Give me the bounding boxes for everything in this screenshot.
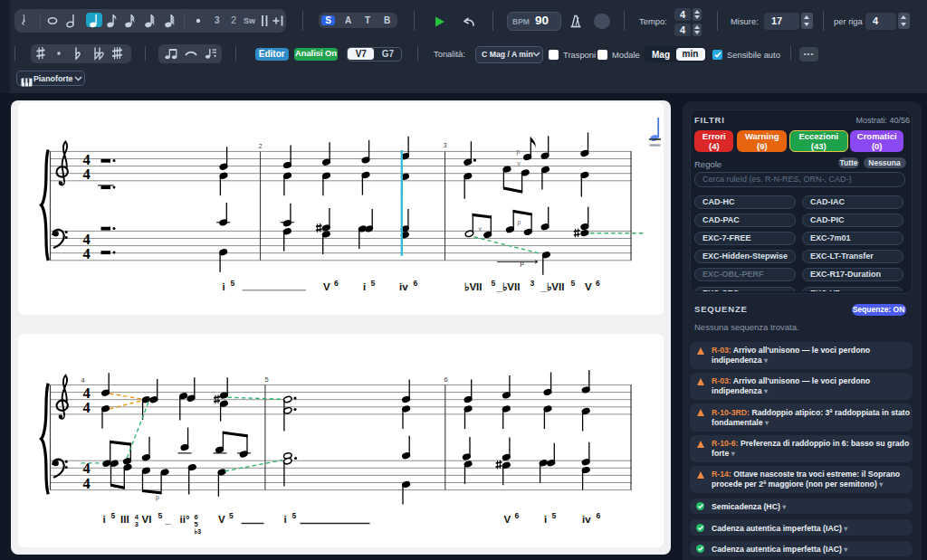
svg-text:6: 6	[334, 279, 339, 288]
svg-text:v: v	[518, 160, 521, 166]
svg-text:_♭VII: _♭VII	[496, 281, 521, 292]
svg-text:V: V	[218, 514, 225, 525]
svg-text:p: p	[156, 494, 159, 501]
svg-text:p: p	[521, 259, 524, 267]
svg-text:3: 3	[530, 279, 535, 288]
svg-text:2: 2	[259, 142, 263, 150]
svg-text:5: 5	[571, 279, 576, 288]
svg-text:3: 3	[135, 520, 139, 528]
svg-text:5: 5	[552, 511, 557, 520]
svg-text:6: 6	[515, 511, 520, 520]
svg-text:4: 4	[82, 475, 90, 492]
svg-text:4: 4	[82, 166, 90, 183]
svg-text:4: 4	[82, 245, 90, 262]
svg-text:ii°: ii°	[180, 514, 190, 525]
svg-text:i: i	[103, 514, 106, 525]
svg-text:5: 5	[231, 279, 235, 288]
svg-text:V: V	[323, 281, 330, 292]
svg-text:V: V	[504, 514, 511, 525]
svg-text:5: 5	[292, 511, 297, 520]
svg-text:6: 6	[414, 279, 418, 288]
svg-text:5: 5	[371, 279, 376, 288]
svg-text:i: i	[284, 514, 287, 525]
svg-text:i: i	[223, 281, 225, 292]
svg-text:6: 6	[597, 511, 601, 520]
svg-text:6: 6	[596, 279, 600, 288]
svg-text:6: 6	[444, 375, 448, 384]
svg-text:_♭VII: _♭VII	[540, 281, 565, 292]
svg-text:i: i	[363, 281, 366, 292]
svg-text:4: 4	[82, 399, 90, 416]
svg-text:3: 3	[444, 141, 447, 149]
svg-text:_: _	[165, 514, 172, 525]
svg-text:VI: VI	[142, 514, 152, 525]
svg-text:♭3: ♭3	[195, 527, 202, 536]
svg-text:5: 5	[111, 511, 116, 520]
svg-text:4: 4	[81, 376, 85, 384]
svg-text:5: 5	[158, 511, 163, 520]
svg-text:5: 5	[229, 511, 234, 520]
svg-text:V: V	[585, 281, 592, 292]
svg-text:p: p	[517, 148, 521, 156]
svg-text:v: v	[479, 225, 483, 232]
svg-text:iv: iv	[582, 514, 591, 525]
svg-text:iv: iv	[399, 281, 408, 292]
svg-text:♭VII: ♭VII	[464, 281, 483, 292]
svg-text:III: III	[120, 514, 129, 525]
svg-text:5: 5	[492, 279, 496, 288]
svg-text:i: i	[544, 514, 547, 525]
svg-text:p: p	[518, 219, 521, 226]
svg-text:5: 5	[265, 375, 269, 384]
